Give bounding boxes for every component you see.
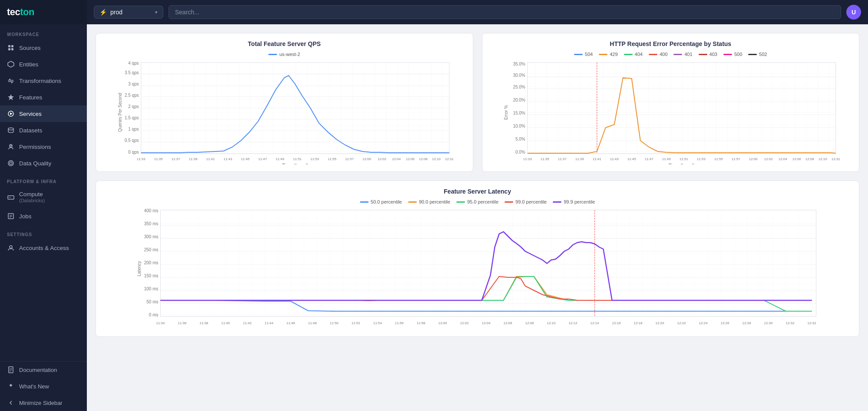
datasets-label: Datasets xyxy=(19,127,42,134)
latency-dot-p50 xyxy=(360,201,369,203)
qps-chart-card: Total Feature Server QPS us-west-2 xyxy=(96,33,473,172)
svg-text:25.0%: 25.0% xyxy=(513,85,525,89)
error-label-401: 401 xyxy=(684,52,692,57)
sidebar-item-sources[interactable]: Sources xyxy=(0,39,87,56)
svg-text:5.0%: 5.0% xyxy=(515,137,525,141)
env-name: prod xyxy=(110,9,152,16)
error-legend-403: 403 xyxy=(699,52,717,57)
svg-text:11:38: 11:38 xyxy=(199,321,208,325)
sidebar-item-datasets[interactable]: Datasets xyxy=(0,122,87,138)
svg-text:200 ms: 200 ms xyxy=(144,260,158,265)
svg-rect-3 xyxy=(11,48,13,50)
latency-chart-svg: 0 ms 50 ms 100 ms 150 ms 200 ms 250 ms 3… xyxy=(105,208,850,329)
error-label-500: 500 xyxy=(734,52,742,57)
platform-section-label: PLATFORM & INFRA xyxy=(0,171,87,187)
svg-text:11:47: 11:47 xyxy=(644,157,653,161)
sources-label: Sources xyxy=(19,45,41,51)
svg-text:12:12: 12:12 xyxy=(568,321,578,325)
whats-new-label: What's New xyxy=(19,383,49,390)
svg-text:12:20: 12:20 xyxy=(655,321,664,325)
svg-text:11:35: 11:35 xyxy=(540,157,549,161)
error-chart-card: HTTP Request Error Percentage by Status … xyxy=(482,33,860,172)
svg-text:11:45: 11:45 xyxy=(241,157,250,161)
svg-text:12:28: 12:28 xyxy=(742,321,751,325)
svg-text:12:26: 12:26 xyxy=(720,321,729,325)
sidebar-item-whats-new[interactable]: What's New xyxy=(0,378,87,395)
sidebar-item-compute[interactable]: Compute (Databricks) xyxy=(0,187,87,208)
features-icon xyxy=(7,93,15,101)
latency-legend-p90: 90.0 percentile xyxy=(408,199,450,204)
latency-dot-p99 xyxy=(505,201,513,203)
svg-text:11:57: 11:57 xyxy=(345,157,354,161)
svg-text:12:10: 12:10 xyxy=(547,321,556,325)
svg-text:11:33: 11:33 xyxy=(137,157,146,161)
svg-text:11:39: 11:39 xyxy=(575,157,584,161)
services-icon xyxy=(7,110,15,118)
sidebar-item-permissions[interactable]: Permissions xyxy=(0,138,87,155)
compute-label-group: Compute (Databricks) xyxy=(19,191,45,204)
svg-text:12:06: 12:06 xyxy=(503,321,512,325)
app-logo: tecton xyxy=(7,7,34,18)
svg-text:11:47: 11:47 xyxy=(258,157,267,161)
search-bar[interactable]: Search... xyxy=(168,5,841,19)
sidebar-item-minimize[interactable]: Minimize Sidebar xyxy=(0,395,87,411)
svg-text:3.5 qps: 3.5 qps xyxy=(125,70,139,75)
sources-icon xyxy=(7,44,15,52)
svg-text:350 ms: 350 ms xyxy=(144,221,158,226)
svg-text:11:37: 11:37 xyxy=(558,157,567,161)
features-label: Features xyxy=(19,94,42,101)
sidebar-item-entities[interactable]: Entities xyxy=(0,56,87,72)
svg-text:1 qps: 1 qps xyxy=(128,127,139,132)
error-dot-500 xyxy=(723,54,732,55)
svg-text:12:00: 12:00 xyxy=(363,157,372,161)
sidebar-item-jobs[interactable]: Jobs xyxy=(0,208,87,224)
user-avatar[interactable]: U xyxy=(846,5,861,20)
sidebar-item-services[interactable]: Services xyxy=(0,105,87,122)
svg-point-10 xyxy=(8,161,13,166)
latency-legend-p50: 50.0 percentile xyxy=(360,199,402,204)
svg-text:12:04: 12:04 xyxy=(482,321,491,325)
sidebar: tecton WORKSPACE Sources Entities Transf… xyxy=(0,0,87,411)
svg-text:3 qps: 3 qps xyxy=(128,82,139,86)
env-selector[interactable]: ⚡ prod ▾ xyxy=(94,6,163,19)
error-dot-429 xyxy=(599,54,607,55)
svg-text:11:36: 11:36 xyxy=(178,321,187,325)
latency-label-p90: 90.0 percentile xyxy=(419,199,450,204)
latency-label-p99: 99.0 percentile xyxy=(515,199,547,204)
svg-text:12:32: 12:32 xyxy=(807,321,816,325)
qps-legend-label: us-west-2 xyxy=(279,52,300,57)
minimize-icon xyxy=(7,399,15,407)
error-chart-area: 0.0% 5.0% 10.0% 15.0% 20.0% 25.0% 30.0% … xyxy=(491,60,851,166)
error-legend-500: 500 xyxy=(723,52,742,57)
latency-legend-p95: 95.0 percentile xyxy=(456,199,498,204)
svg-text:11:55: 11:55 xyxy=(714,157,723,161)
svg-text:11:39: 11:39 xyxy=(189,157,198,161)
svg-text:12:24: 12:24 xyxy=(699,321,708,325)
latency-legend-p99: 99.0 percentile xyxy=(505,199,547,204)
svg-marker-4 xyxy=(8,61,14,67)
svg-point-9 xyxy=(10,145,12,146)
error-label-403: 403 xyxy=(710,52,717,57)
svg-text:11:48: 11:48 xyxy=(308,321,317,325)
sidebar-item-data-quality[interactable]: Data Quality xyxy=(0,155,87,171)
documentation-label: Documentation xyxy=(19,367,57,373)
accounts-icon xyxy=(7,244,15,252)
svg-text:12:30: 12:30 xyxy=(764,321,773,325)
latency-chart-card: Feature Server Latency 50.0 percentile 9… xyxy=(96,181,859,337)
svg-text:11:50: 11:50 xyxy=(330,321,339,325)
qps-legend-dot xyxy=(268,54,277,55)
svg-text:12:10: 12:10 xyxy=(818,157,827,161)
sidebar-item-documentation[interactable]: Documentation xyxy=(0,362,87,378)
sidebar-item-transformations[interactable]: Transformations xyxy=(0,72,87,89)
qps-legend-us-west-2: us-west-2 xyxy=(268,52,300,57)
compute-icon xyxy=(7,194,15,201)
svg-text:Latency: Latency xyxy=(137,261,142,276)
sidebar-item-features[interactable]: Features xyxy=(0,89,87,105)
svg-text:11:41: 11:41 xyxy=(206,157,215,161)
sidebar-item-accounts[interactable]: Accounts & Access xyxy=(0,240,87,256)
svg-text:11:58: 11:58 xyxy=(416,321,426,325)
svg-text:300 ms: 300 ms xyxy=(144,234,158,239)
svg-text:Error %: Error % xyxy=(503,105,508,120)
svg-text:12:00: 12:00 xyxy=(438,321,447,325)
svg-text:250 ms: 250 ms xyxy=(144,247,158,252)
